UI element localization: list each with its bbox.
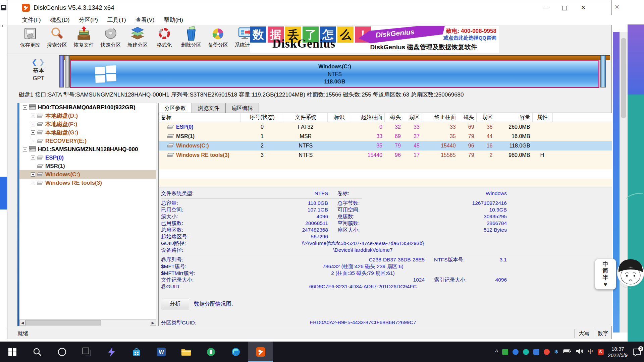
- taskbar-task-view-icon[interactable]: [74, 342, 99, 362]
- tray-expand[interactable]: ^: [495, 349, 498, 355]
- scrollbar-thumb[interactable]: [621, 38, 626, 118]
- column-header-6[interactable]: 磁头: [385, 113, 403, 122]
- ime-widget[interactable]: 中简半♥: [595, 259, 616, 290]
- ime-char-1[interactable]: 中: [603, 261, 608, 267]
- tree-item--g-[interactable]: +本地磁盘(G:): [19, 128, 156, 137]
- taskbar-explorer-icon[interactable]: [174, 342, 199, 362]
- column-header-8[interactable]: 终止柱面: [422, 113, 458, 122]
- taskbar-start-icon[interactable]: [0, 342, 25, 362]
- expand-icon[interactable]: +: [31, 114, 35, 118]
- ime-char-3[interactable]: 半: [603, 275, 608, 281]
- table-row-windows-c-[interactable]: Windows(C:)2NTFS357945154409616118.0GB: [159, 141, 612, 150]
- expand-icon[interactable]: +: [31, 172, 35, 177]
- esp-partition-segment[interactable]: [59, 55, 64, 87]
- column-header-3[interactable]: 文件系统: [284, 113, 328, 122]
- ime-char-2[interactable]: 简: [603, 267, 608, 274]
- column-header-9[interactable]: 磁头: [458, 113, 477, 122]
- tray-blue-app[interactable]: [513, 349, 519, 355]
- tree-item-esp-0-[interactable]: +ESP(0): [19, 154, 156, 162]
- taskbar-diskgenius-icon[interactable]: [248, 342, 273, 362]
- tray-red-app[interactable]: [544, 349, 550, 355]
- taskbar-lightning-icon[interactable]: [99, 342, 124, 362]
- tab-2[interactable]: 浏览文件: [192, 103, 225, 113]
- msr-partition-segment[interactable]: [65, 55, 70, 87]
- tray-green-app[interactable]: [502, 349, 508, 355]
- quick-partition-button[interactable]: 快速分区: [97, 25, 124, 53]
- tab-1[interactable]: 分区参数: [158, 103, 192, 113]
- tree-item--d-[interactable]: +本地磁盘(D:): [19, 112, 156, 120]
- analyze-button[interactable]: 分析: [161, 299, 189, 309]
- menu-item-4[interactable]: 工具(T): [103, 15, 131, 25]
- disk-nav-arrows[interactable]: ❮ ❯: [32, 58, 45, 66]
- menu-item-5[interactable]: 查看(V): [131, 15, 159, 25]
- search-partition-button[interactable]: 搜索分区: [44, 25, 70, 53]
- detail-label: $MFTMirr簇号:: [161, 270, 230, 277]
- column-header-1[interactable]: 卷标: [159, 113, 240, 122]
- tree-item-windows-re-tools-3-[interactable]: +Windows RE tools(3): [19, 179, 156, 187]
- menu-item-2[interactable]: 磁盘(D): [46, 15, 74, 25]
- ime-char-4[interactable]: ♥: [604, 281, 607, 288]
- column-header-7[interactable]: 扇区: [403, 113, 422, 122]
- taskbar-word-icon[interactable]: W: [149, 342, 174, 362]
- taskbar-search-icon[interactable]: [25, 342, 50, 362]
- windows-c-partition-segment[interactable]: Windows(C:) NTFS 118.0GB: [70, 60, 599, 87]
- table-row-esp-0-[interactable]: ESP(0)0FAT3203233336936260.0MB: [159, 122, 612, 132]
- taskbar-green-app-icon[interactable]: [199, 342, 223, 362]
- new-partition-button[interactable]: 新建分区: [124, 25, 151, 53]
- tree-item--f-[interactable]: +本地磁盘(F:): [19, 120, 156, 128]
- save-changes-button[interactable]: 保存更改: [17, 25, 44, 53]
- taskbar-edge-icon[interactable]: [223, 342, 248, 362]
- battery-icon[interactable]: [563, 349, 571, 355]
- menu-item-6[interactable]: 帮助(H): [159, 15, 188, 25]
- scroll-left-icon[interactable]: ◀: [19, 320, 25, 326]
- table-row-windows-re-tools-3-[interactable]: Windows RE tools(3)3NTFS1544096171556579…: [159, 150, 612, 160]
- tree-item-hd1-samsungmznln128hahq-000[interactable]: −HD1:SAMSUNGMZNLN128HAHQ-000: [19, 145, 156, 154]
- tray-qq[interactable]: [533, 349, 539, 355]
- column-header-12[interactable]: 属性: [533, 113, 553, 122]
- backup-partition-button[interactable]: 备份分区: [205, 25, 231, 53]
- menu-item-1[interactable]: 文件(F): [17, 15, 46, 25]
- collapse-icon[interactable]: −: [23, 105, 27, 110]
- tab-3[interactable]: 扇区编辑: [225, 103, 259, 113]
- taskbar-store-icon[interactable]: [124, 342, 149, 362]
- promo-banner[interactable]: 数据丢了怎么！ DiskGenius DiskGenius 致电: 400-00…: [250, 26, 499, 53]
- taskbar-cortana-icon[interactable]: [50, 342, 74, 362]
- expand-icon[interactable]: +: [31, 156, 35, 160]
- tree-item-recovery-e-[interactable]: +RECOVERY(E:): [19, 137, 156, 145]
- taskbar-clock[interactable]: 18:372022/5/9: [608, 346, 628, 358]
- notification-center-icon[interactable]: 2: [632, 347, 642, 357]
- menu-item-3[interactable]: 分区(P): [74, 15, 103, 25]
- tree-item-msr-1-[interactable]: MSR(1): [19, 162, 156, 170]
- delete-partition-button[interactable]: 删除分区: [178, 25, 205, 53]
- expand-icon[interactable]: +: [31, 181, 35, 185]
- tray-snowflake[interactable]: ❄: [554, 349, 558, 355]
- column-header-5[interactable]: 起始柱面: [351, 113, 385, 122]
- column-header-4[interactable]: 标识: [328, 113, 351, 122]
- column-header-11[interactable]: 容量: [495, 113, 533, 122]
- tree-scroll-thumb[interactable]: [25, 320, 101, 325]
- background-close-icon[interactable]: ✕: [614, 3, 620, 11]
- back-arrow-icon[interactable]: ←: [0, 21, 7, 29]
- tree-item-hd0-toshibamq04abf100-932gb-[interactable]: −HD0:TOSHIBAMQ04ABF100(932GB): [19, 103, 156, 112]
- ime-zh[interactable]: 中: [588, 348, 593, 355]
- column-header-10[interactable]: 扇区: [477, 113, 495, 122]
- tree-horizontal-scrollbar[interactable]: ◀ ▶: [19, 319, 156, 326]
- banner-qq-link[interactable]: 或点击此处选择QQ咨询: [443, 35, 496, 41]
- tray-teal-app[interactable]: [523, 349, 529, 355]
- scroll-right-icon[interactable]: ▶: [150, 320, 156, 326]
- volume-icon[interactable]: [576, 348, 584, 356]
- recover-files-button[interactable]: 恢复文件: [70, 25, 97, 53]
- collapse-icon[interactable]: −: [23, 147, 27, 152]
- tray-sogou[interactable]: S: [598, 349, 604, 355]
- expand-icon[interactable]: +: [31, 130, 35, 135]
- minimize-button[interactable]: —: [536, 0, 555, 15]
- expand-icon[interactable]: +: [31, 122, 35, 126]
- column-header-2[interactable]: 序号(状态): [240, 113, 284, 122]
- re-tools-partition-segment[interactable]: [600, 55, 606, 87]
- table-row-msr-1-[interactable]: MSR(1)1MSR33693735794416.0MB: [159, 132, 612, 141]
- tree-item-windows-c-[interactable]: +Windows(C:): [19, 170, 156, 179]
- close-button[interactable]: ✕: [574, 0, 593, 15]
- format-button[interactable]: 格式化: [151, 25, 178, 53]
- expand-icon[interactable]: +: [31, 139, 35, 143]
- maximize-button[interactable]: [555, 0, 574, 15]
